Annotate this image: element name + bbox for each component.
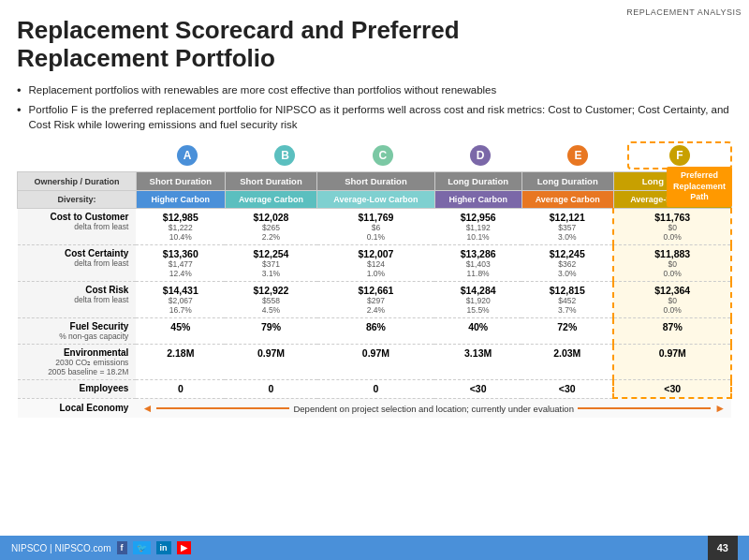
footer-page-number: 43: [708, 536, 738, 560]
cell-r1-c0: $13,360$1,47712.4%: [136, 245, 225, 282]
preferred-badge: Preferred Replacement Path: [667, 167, 732, 207]
bullet-item-2: • Portfolio F is the preferred replaceme…: [17, 102, 732, 132]
cell-r0-c3: $12,956$1,19210.1%: [434, 209, 521, 245]
col-b-diversity: Average Carbon: [225, 191, 316, 209]
cell-r2-c4: $12,815$4523.7%: [521, 282, 613, 318]
cell-r2-c2: $12,661$2972.4%: [317, 282, 435, 318]
footer-left: NIPSCO | NIPSCO.com f 🐦 in ▶: [11, 541, 191, 554]
cell-r5-c5: <30: [613, 380, 731, 399]
circle-b: B: [274, 145, 295, 166]
cell-r1-c2: $12,007$1241.0%: [317, 245, 435, 282]
cell-r3-c3: 40%: [434, 318, 521, 345]
col-b-ownership: Short Duration: [225, 172, 316, 191]
bullet-dot-2: •: [17, 103, 22, 117]
table-body: Cost to Customerdelta from least$12,985$…: [18, 209, 732, 419]
col-a-diversity: Higher Carbon: [136, 191, 225, 209]
scorecard-table: Ownership / Duration Short Duration Shor…: [17, 171, 732, 418]
table-row-3: Fuel Security% non-gas capacity45%79%86%…: [18, 318, 732, 345]
table-row-0: Cost to Customerdelta from least$12,985$…: [18, 209, 732, 245]
table-row-5: Employees000<30<30<30: [18, 380, 732, 399]
table-wrapper: A B C D E F Ownership / Duration Sho: [17, 141, 732, 418]
cell-r1-c4: $12,245$3623.0%: [521, 245, 613, 282]
column-circles-row: A B C D E F: [139, 141, 732, 169]
row-label-2: Cost Riskdelta from least: [18, 282, 137, 318]
col-a-ownership: Short Duration: [136, 172, 225, 191]
facebook-icon[interactable]: f: [117, 541, 127, 554]
circle-cell-b: B: [236, 141, 333, 169]
cell-r2-c0: $14,431$2,06716.7%: [136, 282, 225, 318]
analysis-label: REPLACEMENT ANALYSIS: [626, 7, 742, 17]
cell-r5-c0: 0: [136, 380, 225, 399]
cell-r2-c3: $14,284$1,92015.5%: [434, 282, 521, 318]
footer: NIPSCO | NIPSCO.com f 🐦 in ▶ 43: [0, 536, 749, 560]
cell-r0-c5: $11,763$00.0%: [613, 209, 731, 245]
col-e-ownership: Long Duration: [521, 172, 613, 191]
table-row-4: Environmental2030 CO₂ emissions 2005 bas…: [18, 345, 732, 380]
cell-r3-c2: 86%: [317, 318, 435, 345]
col-d-ownership: Long Duration: [434, 172, 521, 191]
circle-a: A: [177, 145, 198, 166]
local-economy-row: Local Economy ◄ Dependent on project sel…: [18, 398, 732, 418]
row-label-1: Cost Certaintydelta from least: [18, 245, 137, 282]
cell-r4-c3: 3.13M: [434, 345, 521, 380]
cell-r1-c3: $13,286$1,40311.8%: [434, 245, 521, 282]
cell-r4-c2: 0.97M: [317, 345, 435, 380]
col-d-diversity: Higher Carbon: [434, 191, 521, 209]
cell-r3-c1: 79%: [225, 318, 316, 345]
cell-r0-c0: $12,985$1,22210.4%: [136, 209, 225, 245]
row-label-4: Environmental2030 CO₂ emissions 2005 bas…: [18, 345, 137, 380]
cell-r3-c0: 45%: [136, 318, 225, 345]
cell-r0-c2: $11,769$60.1%: [317, 209, 435, 245]
header-row-diversity: Diversity: Higher Carbon Average Carbon …: [18, 191, 732, 209]
bullet-dot-1: •: [17, 83, 22, 97]
footer-company: NIPSCO | NIPSCO.com: [11, 543, 111, 553]
circle-cell-c: C: [334, 141, 432, 169]
cell-r0-c4: $12,121$3573.0%: [521, 209, 613, 245]
row-label-0: Cost to Customerdelta from least: [18, 209, 137, 245]
diversity-label: Diversity:: [18, 191, 137, 209]
table-row-2: Cost Riskdelta from least$14,431$2,06716…: [18, 282, 732, 318]
row-label-5: Employees: [18, 380, 137, 399]
local-economy-label: Local Economy: [18, 398, 137, 418]
bullet-text-1: Replacement portfolios with renewables a…: [29, 82, 497, 97]
cell-r0-c1: $12,028$2652.2%: [225, 209, 316, 245]
cell-r4-c4: 2.03M: [521, 345, 613, 380]
col-c-diversity: Average-Low Carbon: [317, 191, 435, 209]
cell-r3-c4: 72%: [521, 318, 613, 345]
circle-cell-f: F: [627, 141, 732, 169]
row-label-3: Fuel Security% non-gas capacity: [18, 318, 137, 345]
ownership-duration-header: Ownership / Duration: [18, 172, 137, 191]
circle-c: C: [373, 145, 393, 166]
header-row-ownership: Ownership / Duration Short Duration Shor…: [18, 172, 732, 191]
cell-r5-c1: 0: [225, 380, 316, 399]
circle-f: F: [669, 145, 690, 166]
linkedin-icon[interactable]: in: [156, 541, 171, 554]
cell-r2-c5: $12,364$00.0%: [613, 282, 731, 318]
table-row-1: Cost Certaintydelta from least$13,360$1,…: [18, 245, 732, 282]
cell-r5-c3: <30: [434, 380, 521, 399]
circle-e: E: [567, 145, 588, 166]
cell-r4-c0: 2.18M: [136, 345, 225, 380]
bullet-item-1: • Replacement portfolios with renewables…: [17, 82, 732, 97]
main-content: Replacement Scorecard and Preferred Repl…: [0, 0, 749, 418]
local-economy-content: ◄ Dependent on project selection and loc…: [136, 398, 731, 418]
page-title: Replacement Scorecard and Preferred Repl…: [17, 17, 732, 73]
twitter-icon[interactable]: 🐦: [133, 541, 151, 554]
circle-cell-d: D: [432, 141, 529, 169]
col-e-diversity: Average Carbon: [521, 191, 613, 209]
bullet-text-2: Portfolio F is the preferred replacement…: [29, 102, 732, 132]
col-c-ownership: Short Duration: [317, 172, 435, 191]
cell-r5-c2: 0: [317, 380, 435, 399]
cell-r3-c5: 87%: [613, 318, 731, 345]
youtube-icon[interactable]: ▶: [177, 541, 191, 554]
cell-r2-c1: $12,922$5584.5%: [225, 282, 316, 318]
circle-d: D: [470, 145, 491, 166]
cell-r1-c1: $12,254$3713.1%: [225, 245, 316, 282]
cell-r5-c4: <30: [521, 380, 613, 399]
circle-cell-a: A: [139, 141, 236, 169]
circle-cell-e: E: [529, 141, 626, 169]
cell-r4-c5: 0.97M: [613, 345, 731, 380]
cell-r4-c1: 0.97M: [225, 345, 316, 380]
bullet-points: • Replacement portfolios with renewables…: [17, 82, 732, 132]
cell-r1-c5: $11,883$00.0%: [613, 245, 731, 282]
